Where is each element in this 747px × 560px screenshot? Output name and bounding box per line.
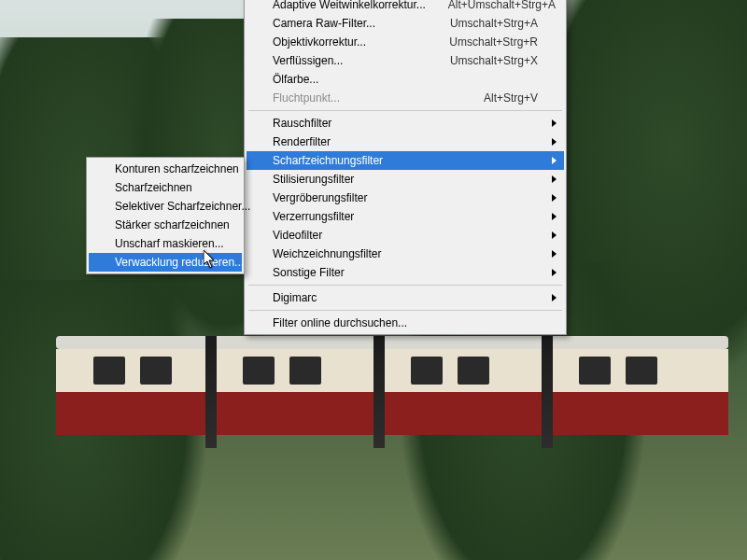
sharpen-submenu-item-scharfzeichnen[interactable]: Scharfzeichnen (89, 178, 242, 197)
menu-item-label: Weichzeichnungsfilter (273, 247, 538, 260)
submenu-arrow-icon (552, 194, 557, 202)
filter-menu-item-verfl-ssigen[interactable]: Verflüssigen...Umschalt+Strg+X (247, 51, 564, 70)
menu-item-shortcut: Alt+Umschalt+Strg+A (426, 0, 556, 11)
submenu-arrow-icon (552, 231, 557, 239)
filter-menu-separator (248, 285, 562, 286)
menu-item-label: Selektiver Scharfzeichner... (115, 200, 250, 213)
sharpen-submenu-item-unscharf-maskieren[interactable]: Unscharf maskieren... (89, 234, 242, 253)
filter-menu-separator (248, 310, 562, 311)
menu-item-label: Scharfzeichnen (115, 181, 216, 194)
filter-menu-item-lfarbe[interactable]: Ölfarbe... (247, 70, 564, 89)
menu-item-label: Sonstige Filter (273, 266, 538, 279)
menu-item-shortcut: Umschalt+Strg+X (428, 54, 538, 67)
filter-menu-item-fluchtpunkt: Fluchtpunkt...Alt+Strg+V (247, 89, 564, 107)
filter-menu-item-adaptive-weitwinkelkorrektur[interactable]: Adaptive Weitwinkelkorrektur...Alt+Umsch… (247, 0, 564, 14)
menu-item-label: Vergröberungsfilter (273, 191, 538, 204)
submenu-arrow-icon (552, 294, 557, 301)
submenu-arrow-icon (552, 250, 557, 258)
menu-item-label: Fluchtpunkt... (273, 91, 461, 105)
filter-menu-item-filter-online-durchsuchen[interactable]: Filter online durchsuchen... (247, 314, 564, 332)
menu-item-label: Stilisierungsfilter (273, 173, 538, 186)
menu-item-label: Stärker scharfzeichnen (115, 218, 230, 231)
menu-item-label: Videofilter (273, 229, 538, 242)
menu-item-shortcut: Alt+Strg+V (461, 91, 538, 105)
menu-item-label: Renderfilter (273, 135, 538, 148)
menu-item-label: Ölfarbe... (273, 73, 538, 86)
filter-menu-item-videofilter[interactable]: Videofilter (247, 226, 564, 245)
menu-item-label: Verwacklung reduzieren... (115, 256, 244, 269)
sharpen-submenu-item-st-rker-scharfzeichnen[interactable]: Stärker scharfzeichnen (89, 216, 242, 234)
menu-item-label: Adaptive Weitwinkelkorrektur... (273, 0, 426, 11)
filter-menu-item-digimarc[interactable]: Digimarc (247, 288, 564, 307)
menu-item-label: Verzerrungsfilter (273, 210, 538, 223)
menu-item-label: Digimarc (273, 291, 538, 304)
sharpen-submenu-item-selektiver-scharfzeichner[interactable]: Selektiver Scharfzeichner... (89, 197, 242, 216)
submenu-arrow-icon (552, 175, 557, 183)
menu-item-label: Verflüssigen... (273, 54, 428, 67)
filter-menu-item-camera-raw-filter[interactable]: Camera Raw-Filter...Umschalt+Strg+A (247, 14, 564, 33)
menu-item-label: Scharfzeichnungsfilter (273, 154, 538, 167)
filter-menu-item-verzerrungsfilter[interactable]: Verzerrungsfilter (247, 207, 564, 226)
menu-item-label: Objektivkorrektur... (273, 35, 427, 49)
menu-item-label: Filter online durchsuchen... (273, 316, 538, 329)
filter-menu-item-scharfzeichnungsfilter[interactable]: Scharfzeichnungsfilter (247, 151, 564, 170)
menu-item-label: Konturen scharfzeichnen (115, 162, 239, 175)
filter-menu-item-vergr-berungsfilter[interactable]: Vergröberungsfilter (247, 189, 564, 207)
submenu-arrow-icon (552, 157, 557, 164)
submenu-arrow-icon (552, 138, 557, 146)
filter-menu-item-renderfilter[interactable]: Renderfilter (247, 133, 564, 151)
filter-menu-item-sonstige-filter[interactable]: Sonstige Filter (247, 263, 564, 282)
filter-menu-separator (248, 110, 562, 111)
sharpen-submenu-item-konturen-scharfzeichnen[interactable]: Konturen scharfzeichnen (89, 160, 242, 178)
filter-menu-item-rauschfilter[interactable]: Rauschfilter (247, 114, 564, 133)
filter-menu-item-weichzeichnungsfilter[interactable]: Weichzeichnungsfilter (247, 245, 564, 263)
submenu-arrow-icon (552, 213, 557, 220)
filter-menu-item-stilisierungsfilter[interactable]: Stilisierungsfilter (247, 170, 564, 189)
submenu-arrow-icon (552, 119, 557, 127)
filter-menu-item-objektivkorrektur[interactable]: Objektivkorrektur...Umschalt+Strg+R (247, 33, 564, 51)
menu-item-label: Camera Raw-Filter... (273, 17, 428, 30)
sharpen-submenu-item-verwacklung-reduzieren[interactable]: Verwacklung reduzieren... (89, 253, 242, 272)
submenu-arrow-icon (552, 269, 557, 276)
bg-train (0, 336, 747, 448)
menu-item-label: Rauschfilter (273, 117, 538, 130)
sharpen-submenu[interactable]: Konturen scharfzeichnenScharfzeichnenSel… (86, 157, 245, 274)
menu-item-label: Unscharf maskieren... (115, 237, 224, 250)
image-canvas[interactable]: Adaptive Weitwinkelkorrektur...Alt+Umsch… (0, 0, 747, 560)
menu-item-shortcut: Umschalt+Strg+R (427, 35, 538, 49)
filter-menu[interactable]: Adaptive Weitwinkelkorrektur...Alt+Umsch… (244, 0, 567, 335)
menu-item-shortcut: Umschalt+Strg+A (428, 17, 538, 30)
